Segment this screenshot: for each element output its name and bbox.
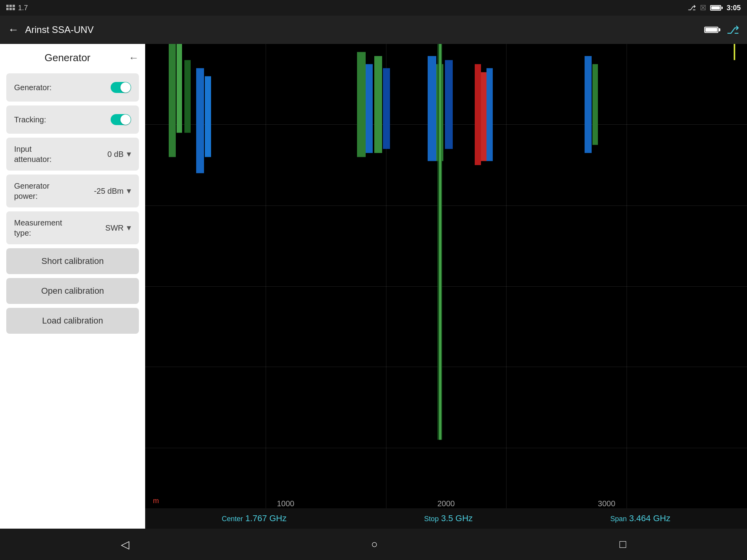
measurement-type-dropdown[interactable]: SWR ▾ <box>105 223 131 233</box>
chart-marker-m: m <box>153 497 159 505</box>
tracking-toggle[interactable] <box>111 114 131 125</box>
center-info: Center 1.767 GHz <box>222 513 286 524</box>
svg-rect-24 <box>592 64 598 145</box>
center-value: 1.767 GHz <box>245 513 286 524</box>
x-label-1000: 1000 <box>277 499 295 508</box>
battery-icon <box>710 5 723 11</box>
x-label-3000: 3000 <box>598 499 616 508</box>
svg-rect-19 <box>481 72 486 161</box>
svg-rect-22 <box>439 44 441 440</box>
main-content: Generator ← Generator: Tracking: Inputat… <box>0 44 747 529</box>
svg-rect-8 <box>184 60 191 133</box>
generator-toggle[interactable] <box>111 82 131 93</box>
top-bar-icons: ⎇ <box>704 24 739 36</box>
open-calibration-button[interactable]: Open calibration <box>6 278 139 304</box>
svg-rect-9 <box>196 68 204 173</box>
generator-toggle-knob <box>120 82 131 93</box>
top-bar: ← Arinst SSA-UNV ⎇ <box>0 16 747 44</box>
input-attenuator-value: 0 dB <box>107 150 124 159</box>
svg-rect-11 <box>357 52 366 157</box>
stop-label: Stop <box>424 515 439 523</box>
measurement-type-value: SWR <box>105 224 124 233</box>
panel-title: Generator <box>6 52 129 64</box>
app-icon <box>6 5 15 11</box>
top-bar-battery-icon <box>704 27 720 33</box>
svg-rect-12 <box>366 64 373 153</box>
measurement-type-row[interactable]: Measurementtype: SWR ▾ <box>6 211 139 244</box>
svg-rect-5 <box>13 8 15 10</box>
svg-rect-14 <box>383 68 390 149</box>
svg-rect-20 <box>486 68 493 161</box>
center-label: Center <box>222 515 243 523</box>
input-attenuator-label: Inputattenuator: <box>14 144 52 164</box>
top-bar-back-button[interactable]: ← <box>8 24 19 36</box>
input-attenuator-row[interactable]: Inputattenuator: 0 dB ▾ <box>6 138 139 171</box>
tracking-label: Tracking: <box>14 115 46 124</box>
input-attenuator-chevron: ▾ <box>127 149 131 159</box>
status-time: 3:05 <box>727 4 741 12</box>
svg-rect-2 <box>13 5 15 7</box>
nav-recent-button[interactable]: □ <box>608 534 638 555</box>
signal-icon: ☒ <box>700 4 706 12</box>
span-label: Span <box>610 515 627 523</box>
top-bar-bluetooth-icon: ⎇ <box>727 24 739 36</box>
nav-bar: ◁ ○ □ <box>0 529 747 560</box>
generator-power-dropdown[interactable]: -25 dBm ▾ <box>94 186 131 196</box>
panel-close-button[interactable]: ← <box>129 52 139 64</box>
generator-power-row[interactable]: Generatorpower: -25 dBm ▾ <box>6 175 139 207</box>
chart-x-labels: 1000 2000 3000 <box>145 499 747 508</box>
version-text: 1.7 <box>18 4 28 12</box>
generator-power-value: -25 dBm <box>94 187 124 196</box>
tracking-setting-row: Tracking: <box>6 105 139 134</box>
svg-rect-0 <box>6 5 9 7</box>
x-label-2000: 2000 <box>437 499 455 508</box>
bluetooth-icon: ⎇ <box>688 4 696 12</box>
svg-rect-1 <box>9 5 12 7</box>
chart-area: 1000 2000 3000 m Center 1.767 GHz Stop 3… <box>145 44 747 529</box>
status-bar: 1.7 ⎇ ☒ 3:05 <box>0 0 747 16</box>
generator-label: Generator: <box>14 83 52 92</box>
svg-rect-7 <box>177 44 182 133</box>
svg-rect-3 <box>6 8 9 10</box>
load-calibration-button[interactable]: Load calibration <box>6 308 139 334</box>
short-calibration-button[interactable]: Short calibration <box>6 248 139 274</box>
nav-back-button[interactable]: ◁ <box>109 534 141 555</box>
panel-header: Generator ← <box>6 52 139 64</box>
svg-rect-17 <box>445 60 453 149</box>
generator-setting-row: Generator: <box>6 73 139 102</box>
chart-svg <box>145 44 747 529</box>
chart-info-bar: Center 1.767 GHz Stop 3.5 GHz Span 3.464… <box>145 508 747 529</box>
input-attenuator-dropdown[interactable]: 0 dB ▾ <box>107 149 131 159</box>
stop-info: Stop 3.5 GHz <box>424 513 473 524</box>
svg-rect-4 <box>9 8 12 10</box>
measurement-type-label: Measurementtype: <box>14 218 62 238</box>
top-bar-title: Arinst SSA-UNV <box>25 24 698 35</box>
span-value: 3.464 GHz <box>629 513 670 524</box>
svg-rect-13 <box>374 56 382 153</box>
svg-rect-10 <box>205 76 211 157</box>
tracking-toggle-knob <box>120 115 131 125</box>
left-panel: Generator ← Generator: Tracking: Inputat… <box>0 44 145 529</box>
svg-rect-23 <box>585 56 592 153</box>
svg-rect-15 <box>428 56 436 161</box>
status-bar-left: 1.7 <box>6 4 28 12</box>
svg-rect-25 <box>734 44 735 60</box>
stop-value: 3.5 GHz <box>441 513 473 524</box>
svg-rect-18 <box>475 64 481 165</box>
span-info: Span 3.464 GHz <box>610 513 670 524</box>
measurement-type-chevron: ▾ <box>127 223 131 233</box>
generator-power-label: Generatorpower: <box>14 181 49 201</box>
generator-power-chevron: ▾ <box>127 186 131 196</box>
status-bar-right: ⎇ ☒ 3:05 <box>688 4 741 12</box>
svg-rect-6 <box>169 44 176 157</box>
nav-home-button[interactable]: ○ <box>359 534 390 555</box>
